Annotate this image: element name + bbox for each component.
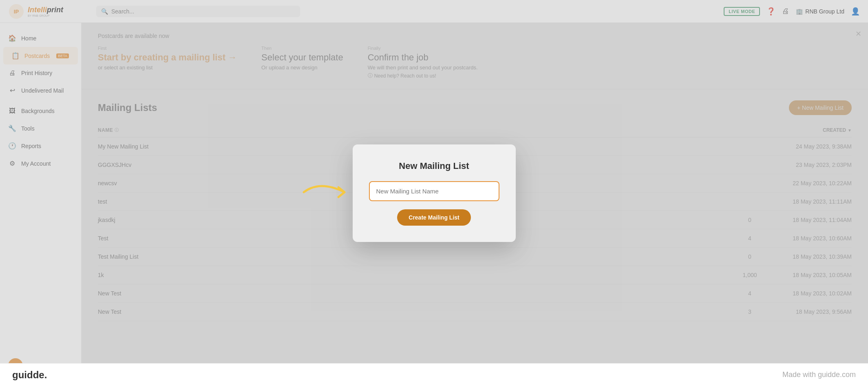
guidde-tagline: Made with guidde.com <box>782 370 856 379</box>
guidde-logo: guidde. <box>12 369 47 381</box>
modal-title: New Mailing List <box>369 161 499 171</box>
guidde-footer: guidde. Made with guidde.com <box>0 363 868 386</box>
modal-overlay: New Mailing List Create Mailing List <box>0 0 868 386</box>
modal-name-input[interactable] <box>369 181 499 201</box>
arrow-annotation <box>300 176 357 210</box>
create-mailing-list-button[interactable]: Create Mailing List <box>397 209 470 226</box>
new-mailing-list-modal: New Mailing List Create Mailing List <box>353 144 516 242</box>
